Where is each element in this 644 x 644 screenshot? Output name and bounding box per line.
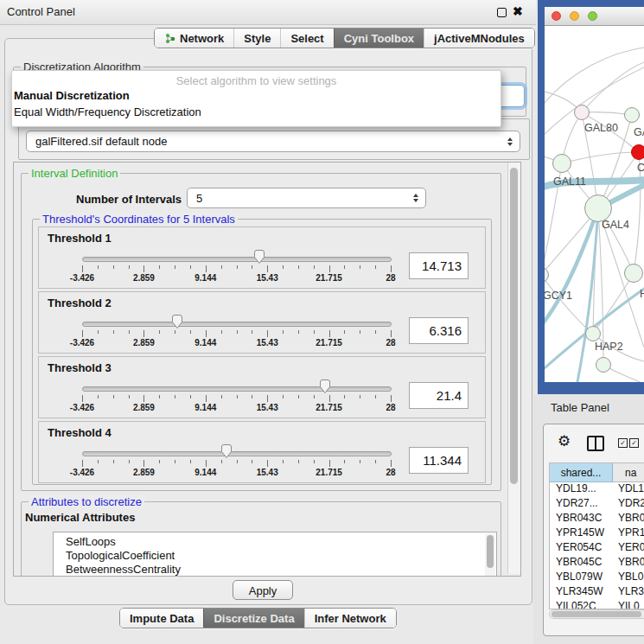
- cyni-toolbox-panel: Discretization Algorithm Select algorith…: [4, 38, 532, 605]
- tab-select[interactable]: Select: [280, 29, 333, 48]
- node-label: GA: [634, 126, 644, 138]
- node-label: H: [640, 288, 644, 300]
- tab-cyni-toolbox[interactable]: Cyni Toolbox: [334, 29, 424, 48]
- scrollbar-thumb[interactable]: [552, 611, 641, 617]
- split-columns-icon[interactable]: [587, 436, 604, 451]
- table-row[interactable]: YIL052CYIL0: [550, 600, 644, 609]
- table-row[interactable]: YBR043CYBR0: [550, 512, 644, 526]
- slider-tick-labels: -3.4262.8599.14415.4321.71528: [82, 468, 391, 478]
- network-node-H-node[interactable]: [625, 265, 643, 283]
- select-columns-icons[interactable]: ✓ ✓: [618, 438, 639, 448]
- slider-thumb[interactable]: [171, 314, 183, 329]
- group-title: Attributes to discretize: [29, 495, 144, 508]
- slider-ticks: [82, 265, 391, 273]
- network-tab-icon: [164, 33, 175, 44]
- table-row[interactable]: YPR145WYPR1: [550, 526, 644, 541]
- network-node-HAP2[interactable]: [586, 327, 601, 341]
- settings-scroll-area: Interval Definition Number of Intervals …: [13, 162, 521, 577]
- tab-impute-data[interactable]: Impute Data: [120, 609, 203, 628]
- network-node-GAL11[interactable]: [553, 155, 571, 173]
- algorithm-dropdown-popup: Select algorithm to view settings Manual…: [11, 70, 501, 127]
- scrollbar-thumb[interactable]: [510, 168, 518, 484]
- node-label: GAL4: [602, 219, 629, 231]
- spinner-arrows-icon: [413, 194, 418, 202]
- traffic-light-zoom-button[interactable]: [588, 11, 597, 21]
- table-panel-title: Table Panel: [551, 401, 609, 414]
- threshold-row: Threshold 2-3.4262.8599.14415.4321.71528: [38, 291, 486, 354]
- node-label: GCY1: [545, 290, 572, 302]
- network-node-GAL4[interactable]: [585, 195, 612, 222]
- threshold-value-input[interactable]: [409, 382, 469, 409]
- number-of-intervals-label: Number of Intervals: [76, 193, 182, 206]
- attributes-group: Attributes to discretize Numerical Attri…: [21, 501, 501, 577]
- numerical-attributes-list[interactable]: SelfLoopsTopologicalCoefficientBetweenne…: [53, 532, 497, 577]
- table-header: shared... na: [550, 463, 644, 482]
- threshold-row: Threshold 1-3.4262.8599.14415.4321.71528: [38, 226, 486, 289]
- network-node-left-edge-node[interactable]: [545, 268, 549, 283]
- checkbox-icon: ✓: [618, 438, 628, 448]
- table-row[interactable]: YLR345WYLR3: [550, 585, 644, 600]
- tab-infer-network[interactable]: Infer Network: [304, 609, 396, 628]
- gear-icon[interactable]: ⚙: [558, 432, 571, 450]
- table-horizontal-scrollbar[interactable]: [549, 609, 644, 619]
- settings-vertical-scrollbar[interactable]: [507, 163, 520, 574]
- threshold-slider[interactable]: [82, 451, 392, 456]
- threshold-slider[interactable]: [82, 386, 392, 392]
- threshold-row: Threshold 3-3.4262.8599.14415.4321.71528: [38, 356, 486, 418]
- threshold-value-input[interactable]: [409, 252, 469, 279]
- column-header-name[interactable]: na: [613, 463, 644, 482]
- slider-thumb[interactable]: [220, 443, 233, 459]
- thresholds-group: Threshold's Coordinates for 5 Intervals …: [32, 219, 492, 485]
- threshold-label: Threshold 2: [48, 296, 112, 309]
- traffic-light-minimize-button[interactable]: [570, 11, 579, 21]
- node-label: C: [637, 162, 644, 174]
- node-label: GAL11: [553, 175, 586, 188]
- network-node-bottom-node[interactable]: [596, 358, 611, 373]
- table-row[interactable]: YDL19...YDL1: [550, 482, 644, 497]
- node-label: HAP2: [595, 341, 623, 353]
- table-row[interactable]: YBR045CYBR0: [550, 556, 644, 571]
- network-node-GA-top-right[interactable]: [625, 108, 640, 123]
- table-panel-section: Table Panel ⚙ ✓ ✓ shared... na YDL19...Y…: [533, 394, 644, 644]
- number-of-intervals-combobox[interactable]: 5: [187, 188, 426, 208]
- table-row[interactable]: YBL079WYBL0: [550, 571, 644, 585]
- tab-jactivemnodules[interactable]: jActiveMNodules: [424, 29, 534, 48]
- threshold-value-input[interactable]: [409, 447, 469, 474]
- tab-style[interactable]: Style: [233, 29, 280, 48]
- number-of-intervals-value: 5: [196, 192, 202, 205]
- threshold-label: Threshold 1: [48, 232, 112, 245]
- table-panel: ⚙ ✓ ✓ shared... na YDL19...YDL1YDR27...Y…: [543, 424, 644, 636]
- list-scrollbar[interactable]: [485, 533, 495, 577]
- table-row[interactable]: YER054CYER0: [550, 541, 644, 556]
- threshold-value-input[interactable]: [409, 317, 469, 344]
- table-data-combobox[interactable]: galFiltered.sif default node: [26, 131, 520, 152]
- network-node-red-node[interactable]: [632, 145, 644, 160]
- threshold-slider[interactable]: [82, 322, 392, 327]
- traffic-light-close-button[interactable]: [552, 11, 561, 21]
- network-view-window: GAL80GACGAL11GAL4GCY1HHAP2: [538, 0, 644, 394]
- network-edge: [582, 62, 644, 112]
- dropdown-option[interactable]: Manual Discretization: [12, 87, 501, 104]
- group-title: Threshold's Coordinates for 5 Intervals: [40, 213, 238, 226]
- float-window-icon[interactable]: [497, 8, 507, 17]
- dropdown-option[interactable]: Equal Width/Frequency Discretization: [12, 104, 501, 120]
- table-row[interactable]: YDR27...YDR2: [550, 497, 644, 512]
- network-canvas[interactable]: GAL80GACGAL11GAL4GCY1HHAP2: [545, 26, 644, 382]
- column-header-shared-name[interactable]: shared...: [550, 463, 613, 482]
- apply-button[interactable]: Apply: [233, 580, 293, 600]
- screen: Control Panel ✖ NetworkStyleSelectCyni T…: [0, 0, 644, 644]
- slider-thumb[interactable]: [253, 249, 265, 265]
- threshold-slider[interactable]: [82, 257, 392, 262]
- tab-discretize-data[interactable]: Discretize Data: [203, 609, 303, 628]
- close-icon[interactable]: ✖: [513, 4, 523, 18]
- control-panel-tabs: NetworkStyleSelectCyni ToolboxjActiveMNo…: [154, 28, 535, 48]
- attribute-list-item[interactable]: SelfLoops: [54, 535, 496, 549]
- network-node-GAL80[interactable]: [575, 105, 590, 120]
- network-edge: [593, 273, 634, 334]
- slider-thumb[interactable]: [319, 379, 331, 394]
- threshold-row: Threshold 4-3.4262.8599.14415.4321.71528: [38, 421, 486, 483]
- attribute-list-item[interactable]: TopologicalCoefficient: [54, 549, 496, 563]
- tab-network[interactable]: Network: [155, 29, 233, 48]
- dropdown-placeholder: Select algorithm to view settings: [12, 71, 501, 87]
- attribute-list-item[interactable]: BetweennessCentrality: [54, 563, 496, 577]
